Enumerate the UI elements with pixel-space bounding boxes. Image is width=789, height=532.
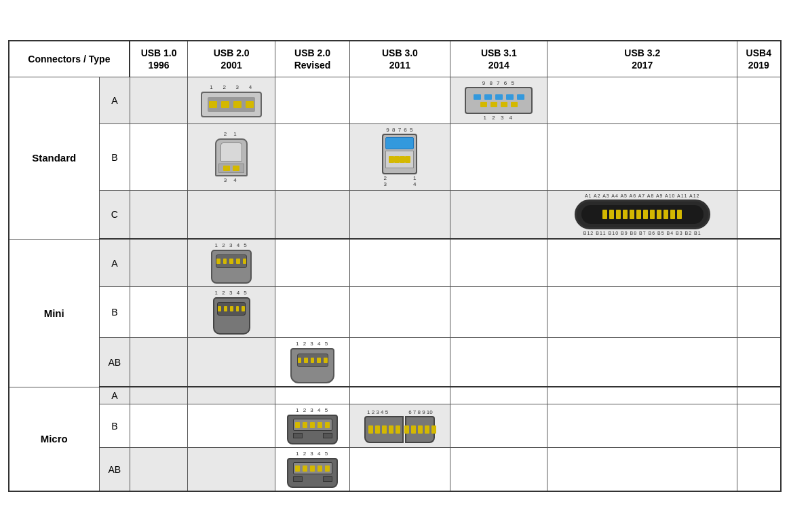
usb-b-3-pin-b4 — [404, 140, 408, 146]
usb30-header: USB 3.02011 — [349, 41, 450, 77]
usb-c-pin5 — [630, 210, 634, 219]
micro-b-30-p1 — [368, 425, 373, 434]
micro-a-usb32 — [547, 387, 737, 404]
micro-b-30-connector: 1 2 3 4 5 6 7 8 9 10 — [351, 409, 449, 443]
main-container: Connectors / Type USB 1.01996 USB 2.0200… — [8, 40, 782, 492]
std-c-usb31 — [450, 191, 547, 240]
micro-ab-p3 — [310, 466, 315, 472]
usb-c-pin3 — [616, 210, 621, 219]
mini-ab-p4 — [317, 358, 321, 363]
mini-b-row: B 1 2 3 4 5 — [9, 287, 781, 338]
usb-b-3-pin4 — [405, 156, 410, 163]
usb-a-31-pin5 — [517, 94, 524, 100]
mini-b-label: B — [99, 287, 130, 338]
usb-a-31-top-pins: 9 8 7 6 5 — [482, 80, 516, 86]
usb-c-pin11 — [670, 210, 675, 219]
micro-b-usb10 — [130, 404, 187, 448]
mini-b-usb20: 1 2 3 4 5 — [187, 287, 275, 338]
micro-b-20-feet — [293, 433, 332, 438]
usb-a-31-pin8 — [484, 94, 492, 100]
micro-b-20-foot-r — [323, 433, 332, 438]
usb-c-top-labels: A1 A2 A3 A4 A5 A6 A7 A8 A9 A10 A11 A12 — [585, 193, 700, 198]
mini-ab-p2 — [304, 358, 308, 363]
std-c-usb20 — [187, 191, 275, 240]
std-b-usb4 — [737, 124, 781, 191]
mini-b-usb31 — [450, 287, 547, 338]
usb-a-31-pin1 — [480, 102, 487, 107]
mini-a-usb31 — [450, 239, 547, 287]
usb-a-2-pin4 — [246, 101, 254, 108]
std-a-usb31: 9 8 7 6 5 — [450, 77, 547, 124]
standard-group-label: Standard — [9, 77, 100, 240]
usb-c-pin1 — [602, 210, 607, 219]
std-b-usb20r — [275, 124, 349, 191]
mini-a-p5 — [243, 259, 247, 264]
micro-b-usb32 — [547, 404, 737, 448]
micro-a-usb30 — [349, 387, 450, 404]
micro-ab-body — [287, 458, 338, 488]
usb-c-pin2 — [609, 210, 614, 219]
mini-ab-usb32 — [547, 338, 737, 387]
micro-b-20-p1 — [295, 422, 300, 428]
micro-ab-label: AB — [99, 448, 130, 492]
micro-b-30-p3 — [382, 425, 387, 434]
std-a-usb4 — [737, 77, 781, 124]
mini-group-label: Mini — [9, 239, 100, 387]
usb-b-2-top-pins: 2 1 — [224, 131, 239, 137]
micro-ab-usb31 — [450, 448, 547, 492]
usb4-header: USB42019 — [737, 41, 781, 77]
micro-ab-foot-l — [293, 476, 303, 482]
usb-a-31-pin9 — [474, 94, 481, 100]
micro-b-30-p5 — [396, 425, 400, 434]
std-a-usb20r — [275, 77, 349, 124]
usb-b-3-pin-b2 — [392, 140, 396, 146]
usb-b-2-inner — [220, 142, 242, 162]
micro-b-20-p4 — [317, 422, 322, 428]
mini-a-usb20r — [275, 239, 349, 287]
usb-a-31-pin2 — [490, 102, 497, 107]
micro-a-usb31 — [450, 387, 547, 404]
mini-a-usb4 — [737, 239, 781, 287]
std-c-usb30 — [349, 191, 450, 240]
std-a-usb20: 1 2 3 4 — [187, 77, 275, 124]
usb-b-3-top-pins: 9 8 7 6 5 — [386, 127, 413, 133]
micro-ab-pin-numbers: 1 2 3 4 5 — [296, 451, 329, 457]
usb-b-2-bottom — [218, 164, 244, 173]
micro-b-usb20 — [187, 404, 275, 448]
micro-a-row: Micro A — [9, 387, 781, 404]
micro-b-20-p2 — [303, 422, 307, 428]
usb-b-2-connector: 2 1 3 4 — [189, 131, 274, 183]
usb-a-2-pin1 — [209, 101, 217, 108]
usb-c-pin7 — [643, 210, 648, 219]
usb-a-31-bottom-pins: 1 2 3 4 — [484, 115, 514, 121]
usb-comparison-table: Connectors / Type USB 1.01996 USB 2.0200… — [8, 40, 782, 492]
micro-b-30-body — [364, 416, 435, 443]
micro-b-20-foot-l — [293, 433, 303, 438]
micro-b-30-pin-labels: 1 2 3 4 5 6 7 8 9 10 — [367, 409, 433, 415]
usb-c-bottom-labels: B12 B11 B10 B9 B8 B7 B6 B5 B4 B3 B2 B1 — [583, 231, 701, 235]
usb-c-connector: A1 A2 A3 A4 A5 A6 A7 A8 A9 A10 A11 A12 — [549, 193, 735, 235]
mini-a-inner — [216, 254, 247, 268]
standard-b-label: B — [99, 124, 130, 191]
micro-b-label: B — [99, 404, 130, 448]
micro-b-usb20r: 1 2 3 4 5 — [275, 404, 349, 448]
usb-c-body — [575, 200, 710, 229]
mini-b-usb20r — [275, 287, 349, 338]
usb-b-3-bottom-pins: 21 — [382, 175, 417, 181]
micro-b-30-p4 — [389, 425, 393, 434]
mini-ab-label: AB — [99, 338, 130, 387]
micro-b-20-p3 — [310, 422, 315, 428]
micro-b-30-left — [364, 416, 404, 443]
mini-a-usb10 — [130, 239, 187, 287]
micro-a-usb20 — [187, 387, 275, 404]
mini-ab-usb30 — [349, 338, 450, 387]
usb-b-3-bottom — [385, 151, 414, 168]
micro-b-30-p7 — [411, 425, 416, 434]
standard-b-row: B 2 1 3 4 — [9, 124, 781, 191]
usb-a-2-pin3 — [233, 101, 242, 108]
std-b-usb31 — [450, 124, 547, 191]
mini-ab-row: AB 1 2 3 4 5 — [9, 338, 781, 387]
mini-ab-pin-numbers: 1 2 3 4 5 — [296, 341, 329, 347]
usb10-header: USB 1.01996 — [130, 41, 187, 77]
micro-b-usb4 — [737, 404, 781, 448]
